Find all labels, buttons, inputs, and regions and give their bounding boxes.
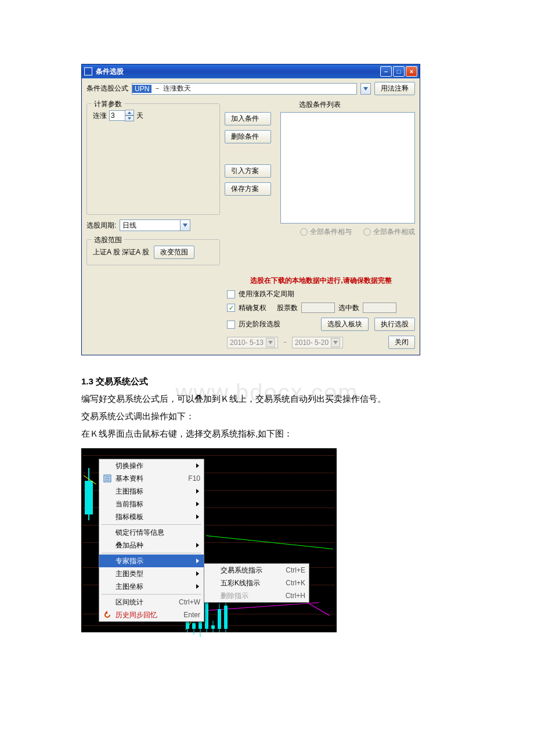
candle xyxy=(85,468,93,520)
calc-params-legend: 计算参数 xyxy=(92,99,124,109)
menu-item[interactable]: 历史同步回忆Enter xyxy=(99,609,204,621)
menu-label: 专家指示 xyxy=(116,556,143,566)
selected-count-box xyxy=(363,303,396,313)
submenu-item: 删除指示Ctrl+H xyxy=(204,589,309,602)
range-text: 上证A 股 深证A 股 xyxy=(93,247,149,257)
menu-shortcut: Ctrl+E xyxy=(286,566,305,574)
menu-shortcut: Enter xyxy=(183,611,200,619)
titlebar[interactable]: 条件选股 – □ × xyxy=(82,64,420,78)
volatile-label: 使用涨跌不定周期 xyxy=(239,289,294,299)
data-warning: 选股在下载的本地数据中进行,请确保数据完整 xyxy=(227,276,415,286)
delete-condition-button[interactable]: 删除条件 xyxy=(225,130,271,143)
date-to: 2010- 5-20 xyxy=(292,337,343,348)
paragraph: 在Ｋ线界面点击鼠标右键，选择交易系统指标,如下图： xyxy=(81,425,453,442)
date-to-dropdown xyxy=(331,338,340,347)
menu-item[interactable]: 叠加品种 xyxy=(99,539,204,552)
close-dialog-button[interactable]: 关闭 xyxy=(388,336,415,349)
formula-code: UPN xyxy=(132,85,151,93)
section-heading: 1.3 交易系统公式 xyxy=(81,373,453,390)
menu-label: 历史同步回忆 xyxy=(116,610,157,620)
stock-count-box xyxy=(301,303,335,313)
menu-item[interactable]: 主图指标 xyxy=(99,485,204,498)
doc-icon xyxy=(103,474,112,483)
context-menu[interactable]: 切换操作基本资料F10主图指标当前指标指标模板锁定行情等信息叠加品种专家指示主图… xyxy=(99,459,204,622)
menu-label: 交易系统指示 xyxy=(221,566,262,575)
menu-item[interactable]: 当前指标 xyxy=(99,498,204,510)
precise-adjust-checkbox[interactable] xyxy=(227,304,235,312)
param-input[interactable] xyxy=(109,110,125,121)
spin-down[interactable] xyxy=(125,116,134,121)
param-spinner[interactable] xyxy=(109,110,134,121)
calc-params-group: 计算参数 连涨 天 xyxy=(86,103,220,215)
menu-label: 五彩K线指示 xyxy=(221,578,260,588)
paragraph: 编写好交易系统公式后，可以叠加到Ｋ线上，交易系统自动列出买卖操作信号。 xyxy=(81,390,453,408)
menu-item[interactable]: 主图类型 xyxy=(99,567,204,580)
spin-up[interactable] xyxy=(125,110,134,116)
import-plan-button[interactable]: 引入方案 xyxy=(225,164,271,178)
expert-submenu[interactable]: 交易系统指示Ctrl+E五彩K线指示Ctrl+K删除指示Ctrl+H xyxy=(204,563,309,603)
submenu-item[interactable]: 交易系统指示Ctrl+E xyxy=(204,564,309,577)
change-range-button[interactable]: 改变范围 xyxy=(154,246,194,259)
cond-list-title: 选股条件列表 xyxy=(225,100,415,110)
history-stage-checkbox[interactable] xyxy=(227,321,235,329)
minimize-button[interactable]: – xyxy=(380,66,392,77)
history-stage-label: 历史阶段选股 xyxy=(239,319,280,329)
menu-shortcut: Ctrl+K xyxy=(286,579,305,587)
k-line-chart: 切换操作基本资料F10主图指标当前指标指标模板锁定行情等信息叠加品种专家指示主图… xyxy=(81,448,337,632)
formula-dropdown-button[interactable] xyxy=(360,83,371,95)
app-icon xyxy=(84,67,92,75)
run-filter-button[interactable]: 执行选股 xyxy=(374,318,415,331)
range-group: 选股范围 上证A 股 深证A 股 改变范围 xyxy=(86,239,220,265)
menu-separator xyxy=(102,594,201,595)
menu-label: 基本资料 xyxy=(116,474,143,484)
undo-icon xyxy=(103,610,112,620)
radio-and: 全部条件相与 xyxy=(300,227,352,237)
to-block-button[interactable]: 选股入板块 xyxy=(321,318,369,331)
formula-label: 条件选股公式 xyxy=(86,84,128,93)
formula-desc: － 连涨数天 xyxy=(151,84,193,93)
menu-item[interactable]: 切换操作 xyxy=(99,459,204,472)
menu-label: 指标模板 xyxy=(116,512,143,522)
menu-label: 主图类型 xyxy=(116,569,143,579)
menu-shortcut: F10 xyxy=(188,474,200,483)
selected-count-label: 选中数 xyxy=(338,303,359,313)
radio-or: 全部条件相或 xyxy=(363,227,415,237)
precise-adjust-label: 精确复权 xyxy=(239,303,266,313)
param-suffix: 天 xyxy=(136,111,143,121)
menu-item[interactable]: 主图坐标 xyxy=(99,580,204,593)
add-condition-button[interactable]: 加入条件 xyxy=(225,112,271,125)
date-dash: － xyxy=(282,337,288,347)
menu-separator xyxy=(102,524,201,525)
submenu-item[interactable]: 五彩K线指示Ctrl+K xyxy=(204,577,309,589)
menu-item[interactable]: 基本资料F10 xyxy=(99,472,204,485)
close-button[interactable]: × xyxy=(406,66,417,77)
date-from-dropdown xyxy=(266,338,275,347)
save-plan-button[interactable]: 保存方案 xyxy=(225,182,271,196)
period-select[interactable]: 日线 xyxy=(120,219,190,231)
period-dropdown-button[interactable] xyxy=(180,220,190,231)
menu-item[interactable]: 专家指示 xyxy=(99,555,204,567)
menu-label: 区间统计 xyxy=(116,597,143,607)
menu-item[interactable]: 指标模板 xyxy=(99,510,204,523)
range-legend: 选股范围 xyxy=(92,235,124,245)
date-from: 2010- 5-13 xyxy=(227,337,278,348)
stock-count-label: 股票数 xyxy=(277,303,298,313)
volatile-period-checkbox[interactable] xyxy=(227,290,235,298)
window-title: 条件选股 xyxy=(96,67,124,77)
condition-listbox[interactable] xyxy=(280,112,415,224)
menu-label: 主图指标 xyxy=(116,487,143,496)
param-prefix: 连涨 xyxy=(93,111,107,121)
doc-text: www.bdocx.com 1.3 交易系统公式 编写好交易系统公式后，可以叠加… xyxy=(81,373,453,442)
menu-item[interactable]: 锁定行情等信息 xyxy=(99,526,204,539)
menu-label: 主图坐标 xyxy=(116,582,143,592)
stock-filter-dialog: 条件选股 – □ × 条件选股公式 UPN － 连涨数天 用法注释 计算参数 连… xyxy=(81,64,420,355)
menu-item[interactable]: 区间统计Ctrl+W xyxy=(99,596,204,609)
formula-combo[interactable]: UPN － 连涨数天 xyxy=(132,83,357,95)
menu-separator xyxy=(102,553,201,553)
menu-shortcut: Ctrl+H xyxy=(286,592,305,600)
usage-button[interactable]: 用法注释 xyxy=(374,82,415,95)
menu-label: 删除指示 xyxy=(221,591,248,601)
maximize-button[interactable]: □ xyxy=(393,66,405,77)
radio-icon xyxy=(300,228,308,236)
menu-label: 当前指标 xyxy=(116,499,143,509)
